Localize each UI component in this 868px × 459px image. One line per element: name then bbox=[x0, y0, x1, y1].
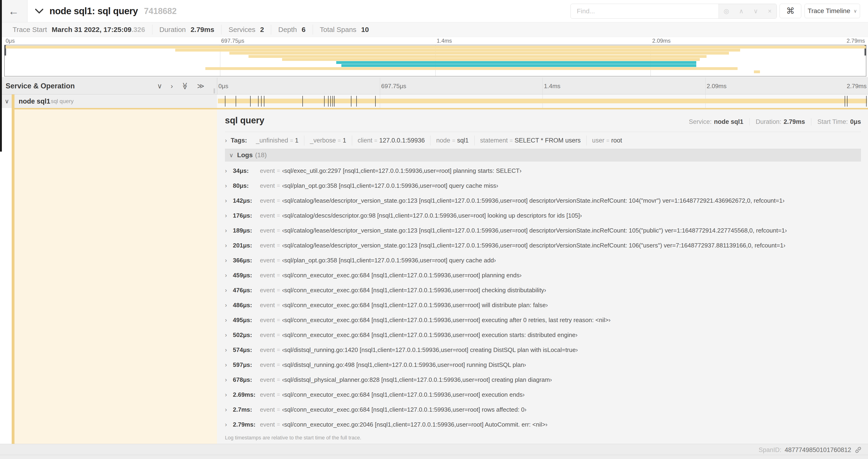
tag-value: root bbox=[611, 137, 622, 144]
log-row[interactable]: ›459μs:event=‹sql/conn_executor_exec.go:… bbox=[225, 268, 861, 283]
tag-value: 1 bbox=[343, 137, 346, 144]
log-row[interactable]: ›476μs:event=‹sql/conn_executor_exec.go:… bbox=[225, 283, 861, 298]
clear-icon[interactable]: × bbox=[768, 8, 772, 15]
tag-value: 1 bbox=[295, 137, 299, 144]
top-bar: ← node sql1: sql query 7418682 ◎∧∨× ⌘ Tr… bbox=[0, 0, 868, 22]
timeline-tick-label: 2.79ms bbox=[847, 82, 867, 90]
log-row[interactable]: ›495μs:event=‹sql/conn_executor_exec.go:… bbox=[225, 313, 861, 327]
log-field-value: ‹sql/conn_executor_exec.go:2046 [nsql1,c… bbox=[282, 421, 548, 428]
chevron-right-icon[interactable]: › bbox=[225, 242, 233, 249]
find-input[interactable] bbox=[571, 4, 718, 19]
collapse-trace-chevron-icon[interactable] bbox=[35, 8, 43, 14]
log-row[interactable]: ›2.69ms:event=‹sql/conn_executor_exec.go… bbox=[225, 387, 861, 402]
log-row[interactable]: ›678μs:event=‹sql/distsql_physical_plann… bbox=[225, 372, 861, 387]
expand-one-icon[interactable]: › bbox=[170, 83, 173, 90]
back-button[interactable]: ← bbox=[0, 0, 28, 22]
collapse-deep-icon[interactable]: ≫ bbox=[182, 82, 189, 90]
chevron-right-icon[interactable]: › bbox=[225, 346, 233, 354]
chevron-right-icon[interactable]: › bbox=[225, 197, 233, 204]
log-timestamp: 597μs: bbox=[233, 361, 258, 368]
log-event-mark bbox=[866, 96, 867, 107]
expand-all-icon[interactable]: ≫ bbox=[197, 83, 205, 90]
trace-summary-bar: Trace Start March 31 2022, 17:25:09.326D… bbox=[0, 22, 868, 37]
command-icon: ⌘ bbox=[786, 6, 795, 16]
chevron-right-icon[interactable]: › bbox=[225, 167, 233, 174]
span-collapse-chevron-icon[interactable]: ∨ bbox=[5, 98, 9, 105]
chevron-right-icon[interactable]: › bbox=[225, 331, 233, 339]
logs-count: (18) bbox=[255, 151, 267, 159]
tag-key: statement bbox=[480, 137, 508, 144]
minimap-tick-labels: 0μs697.75μs1.4ms2.09ms2.79ms bbox=[4, 38, 866, 44]
keyboard-shortcuts-button[interactable]: ⌘ bbox=[780, 4, 801, 18]
span-duration-bar[interactable] bbox=[218, 99, 867, 103]
log-event-mark bbox=[264, 96, 265, 107]
chevron-right-icon[interactable]: › bbox=[225, 227, 233, 234]
log-row[interactable]: ›34μs:event=‹sql/exec_util.go:2297 [nsql… bbox=[225, 163, 861, 178]
equals-sign: = bbox=[275, 377, 282, 383]
log-field-key: event bbox=[260, 331, 275, 339]
log-event-mark bbox=[250, 96, 251, 107]
log-row[interactable]: ›201μs:event=‹sql/catalog/lease/descript… bbox=[225, 238, 861, 253]
link-icon[interactable] bbox=[855, 446, 862, 454]
tag-value: sql1 bbox=[457, 137, 469, 144]
log-row[interactable]: ›597μs:event=‹sql/distsql_running.go:498… bbox=[225, 357, 861, 372]
chevron-right-icon[interactable]: › bbox=[225, 406, 233, 413]
log-row[interactable]: ›142μs:event=‹sql/catalog/lease/descript… bbox=[225, 193, 861, 208]
chevron-right-icon[interactable]: › bbox=[225, 257, 233, 264]
trace-timeline-page: ← node sql1: sql query 7418682 ◎∧∨× ⌘ Tr… bbox=[0, 0, 868, 459]
equals-sign: = bbox=[450, 138, 457, 144]
tag-value: SELECT * FROM users bbox=[515, 137, 581, 144]
summary-label: Total Spans bbox=[320, 26, 356, 33]
equals-sign: = bbox=[372, 138, 379, 144]
chevron-right-icon[interactable]: › bbox=[225, 302, 233, 309]
tag-value: 127.0.0.1:59936 bbox=[379, 137, 425, 144]
trace-id: 7418682 bbox=[144, 6, 177, 16]
log-row[interactable]: ›366μs:event=‹sql/plan_opt.go:358 [nsql1… bbox=[225, 253, 861, 268]
log-event-mark bbox=[331, 96, 331, 107]
minimap-span-bar bbox=[341, 64, 696, 67]
prev-match-icon[interactable]: ∧ bbox=[739, 7, 744, 15]
chevron-right-icon[interactable]: › bbox=[225, 391, 233, 398]
collapse-all-icon[interactable]: ∨ bbox=[157, 83, 162, 90]
chevron-right-icon[interactable]: › bbox=[225, 272, 233, 279]
next-match-icon[interactable]: ∨ bbox=[753, 7, 758, 15]
log-row[interactable]: ›502μs:event=‹sql/conn_executor_exec.go:… bbox=[225, 327, 861, 342]
equals-sign: = bbox=[275, 287, 282, 293]
summary-label: Depth bbox=[278, 26, 297, 33]
tags-list: _unfinished=1_verbose=1client=127.0.0.1:… bbox=[250, 135, 628, 145]
summary-value: 10 bbox=[359, 26, 369, 33]
chevron-right-icon[interactable]: › bbox=[225, 182, 233, 189]
log-row[interactable]: ›80μs:event=‹sql/plan_opt.go:358 [nsql1,… bbox=[225, 178, 861, 193]
minimap-canvas[interactable] bbox=[4, 45, 866, 76]
detail-meta-value: 2.79ms bbox=[783, 118, 805, 125]
timeline-header-row: Service & Operation ∨›≫≫ ∥ 0μs697.75μs1.… bbox=[0, 77, 868, 94]
log-field-key: event bbox=[260, 287, 275, 294]
locate-icon[interactable]: ◎ bbox=[723, 7, 729, 15]
timeline-ticks-header: 0μs697.75μs1.4ms2.09ms2.79ms bbox=[217, 78, 868, 94]
log-row[interactable]: ›2.7ms:event=‹sql/conn_executor_exec.go:… bbox=[225, 402, 861, 417]
log-row[interactable]: ›574μs:event=‹sql/distsql_running.go:142… bbox=[225, 342, 861, 357]
log-row[interactable]: ›176μs:event=‹sql/catalog/descs/descript… bbox=[225, 208, 861, 223]
tags-row[interactable]: › Tags: _unfinished=1_verbose=1client=12… bbox=[225, 132, 861, 149]
chevron-right-icon[interactable]: › bbox=[225, 376, 233, 384]
chevron-right-icon[interactable]: › bbox=[225, 287, 233, 294]
log-row[interactable]: ›189μs:event=‹sql/catalog/lease/descript… bbox=[225, 223, 861, 238]
log-row[interactable]: ›2.79ms:event=‹sql/conn_executor_exec.go… bbox=[225, 417, 861, 432]
logs-section-header[interactable]: ∨ Logs (18) bbox=[225, 149, 861, 161]
tag-item: statement=SELECT * FROM users bbox=[474, 135, 586, 145]
chevron-right-icon[interactable]: › bbox=[225, 361, 233, 368]
span-name-cell[interactable]: ∨ node sql1 sql query bbox=[0, 94, 217, 108]
detail-meta-item: Duration:2.79ms bbox=[749, 118, 805, 126]
column-resizer-handle[interactable]: ∥ bbox=[213, 88, 216, 94]
chevron-right-icon[interactable]: › bbox=[225, 212, 233, 219]
log-timestamp: 574μs: bbox=[233, 346, 258, 354]
chevron-right-icon[interactable]: › bbox=[225, 317, 233, 324]
log-row[interactable]: ›486μs:event=‹sql/conn_executor_exec.go:… bbox=[225, 298, 861, 313]
minimap-span-bar bbox=[205, 67, 738, 70]
span-service-name: node sql1 bbox=[19, 97, 50, 105]
view-dropdown[interactable]: Trace Timeline ∨ bbox=[805, 4, 860, 18]
chevron-right-icon[interactable]: › bbox=[225, 421, 233, 428]
log-field-value: ‹sql/conn_executor_exec.go:684 [nsql1,cl… bbox=[282, 287, 546, 294]
equals-sign: = bbox=[275, 362, 282, 368]
summary-value: 2 bbox=[258, 26, 264, 33]
